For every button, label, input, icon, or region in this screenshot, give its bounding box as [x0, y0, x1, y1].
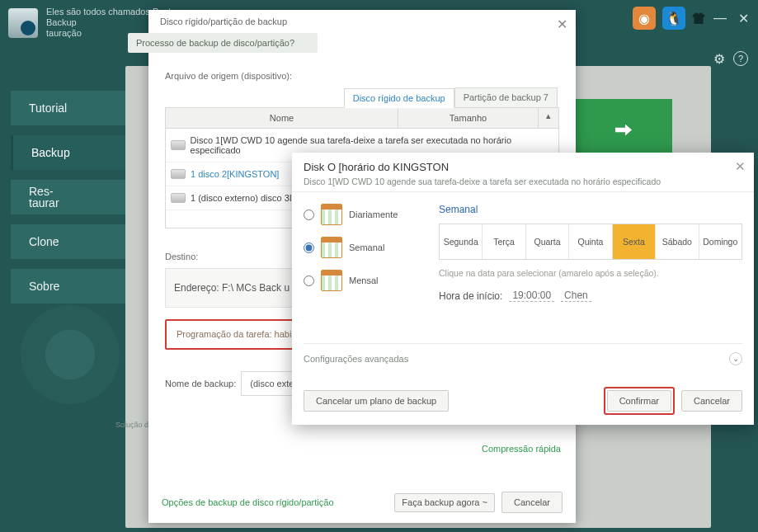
- freq-daily[interactable]: Diariamente: [304, 204, 427, 225]
- schedule-note: Disco 1[WD CWD 10 agende sua tarefa-deix…: [292, 177, 754, 192]
- help-icon[interactable]: ?: [733, 51, 748, 66]
- col-size[interactable]: Tamanho: [398, 108, 539, 128]
- calendar-icon: [321, 270, 342, 291]
- primary-action-button[interactable]: [575, 99, 672, 161]
- app-logo-icon: [8, 8, 38, 38]
- day-hint: Clique na data para selecionar (amarelo …: [439, 268, 742, 278]
- freq-monthly[interactable]: Mensal: [304, 270, 427, 291]
- day-sat[interactable]: Sábado: [656, 224, 699, 259]
- sidebar: Tutorial Backup Res- taurar Clone Sobre: [11, 91, 126, 304]
- compression-link[interactable]: Compressão rápida: [482, 444, 561, 454]
- chevron-down-icon[interactable]: ⌄: [729, 352, 742, 365]
- day-tue[interactable]: Terça: [483, 224, 525, 259]
- tray-weibo-icon[interactable]: ◉: [633, 7, 656, 30]
- sidebar-item-clone[interactable]: Clone: [11, 224, 126, 259]
- schedule-header: Semanal: [439, 204, 742, 215]
- freq-weekly[interactable]: Semanal: [304, 237, 427, 258]
- sidebar-item-backup[interactable]: Backup: [11, 135, 126, 170]
- schedule-title: Disk O [horário do KINGSTON: [292, 153, 754, 177]
- gear-icon[interactable]: ⚙: [712, 51, 727, 66]
- sidebar-item-tutorial[interactable]: Tutorial: [11, 91, 126, 125]
- row-text: 1 (disco externo) disco 3IP: [191, 193, 298, 203]
- source-tabs: Disco rígido de backup Partição de backu…: [165, 87, 558, 107]
- calendar-icon: [321, 237, 342, 258]
- day-selector: Segunda Terça Quarta Quinta Sexta Sábado…: [439, 224, 742, 260]
- cancel-button[interactable]: Cancelar: [501, 492, 563, 513]
- schedule-dialog: ✕ Disk O [horário do KINGSTON Disco 1[WD…: [292, 153, 754, 425]
- schedule-close-icon[interactable]: ✕: [735, 159, 746, 174]
- disk-icon: [171, 169, 186, 179]
- disk-icon: [171, 193, 186, 203]
- calendar-icon: [321, 204, 342, 225]
- time-label: Hora de início:: [439, 290, 502, 302]
- disk-icon: [171, 140, 186, 150]
- schedule-cancel-button[interactable]: Cancelar: [681, 390, 742, 412]
- dialog-close-icon[interactable]: ✕: [557, 16, 567, 32]
- tab-partition-backup[interactable]: Partição de backup 7: [454, 87, 558, 107]
- radio-weekly[interactable]: [304, 242, 314, 253]
- backup-now-button[interactable]: Faça backup agora ~: [394, 493, 495, 512]
- time-value[interactable]: 19:00:00: [509, 290, 554, 302]
- dialog-subtitle: Processo de backup de disco/partição?: [128, 33, 318, 53]
- close-button[interactable]: ✕: [735, 11, 751, 26]
- decorative-disc-icon: [21, 305, 120, 404]
- backup-name-label: Nome de backup:: [165, 379, 236, 388]
- freq-daily-label: Diariamente: [349, 210, 398, 219]
- confirm-button[interactable]: Confirmar: [607, 390, 671, 412]
- sidebar-item-about[interactable]: Sobre: [11, 269, 126, 304]
- skin-icon[interactable]: [692, 12, 705, 24]
- freq-monthly-label: Mensal: [349, 276, 378, 285]
- day-thu[interactable]: Quinta: [569, 224, 612, 259]
- day-mon[interactable]: Segunda: [440, 224, 483, 259]
- day-wed[interactable]: Quarta: [526, 224, 569, 259]
- confirm-highlight: Confirmar: [604, 387, 675, 415]
- tray-qq-icon[interactable]: 🐧: [662, 7, 685, 30]
- day-sun[interactable]: Domingo: [699, 224, 742, 259]
- radio-daily[interactable]: [304, 210, 314, 220]
- minimize-button[interactable]: —: [712, 11, 728, 26]
- row-text: 1 disco 2[KINGSTON]: [191, 169, 279, 179]
- backup-options-link[interactable]: Opções de backup de disco rígido/partiçã…: [162, 497, 334, 507]
- arrow-right-icon: [615, 125, 632, 136]
- time-extra[interactable]: Chen: [561, 290, 591, 302]
- scroll-up-icon[interactable]: ▴: [539, 108, 558, 128]
- frequency-options: Diariamente Semanal Mensal: [304, 204, 427, 302]
- source-label: Arquivo de origem (dispositivo):: [165, 71, 559, 81]
- advanced-settings-label[interactable]: Configurações avançadas: [304, 354, 408, 364]
- col-name[interactable]: Nome: [166, 108, 398, 128]
- day-fri[interactable]: Sexta: [613, 224, 656, 259]
- cancel-plan-button[interactable]: Cancelar um plano de backup: [304, 390, 449, 412]
- radio-monthly[interactable]: [304, 275, 314, 286]
- freq-weekly-label: Semanal: [349, 243, 384, 252]
- dialog-title: Disco rígido/partição de backup: [160, 16, 287, 26]
- sidebar-item-restore[interactable]: Res- taurar: [11, 180, 126, 214]
- tab-disk-backup[interactable]: Disco rígido de backup: [344, 88, 454, 108]
